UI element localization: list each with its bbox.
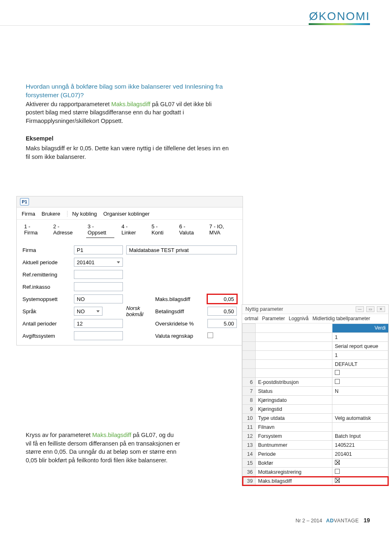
param-value-cell[interactable] <box>332 477 388 486</box>
brand-name: ADVANTAGE <box>326 518 359 524</box>
param-value-cell[interactable]: 1405221 <box>332 441 388 450</box>
checkbox[interactable] <box>335 370 340 375</box>
param-name-cell: Status <box>256 387 332 396</box>
param-name-cell: Type utdata <box>256 414 332 423</box>
page-number: 19 <box>363 517 370 524</box>
row-number <box>243 360 256 369</box>
checkbox[interactable] <box>335 379 340 384</box>
label-ref-inkasso: Ref.inkasso <box>22 284 71 290</box>
label-aktuell-periode: Aktuell periode <box>22 259 71 265</box>
param-name-cell <box>256 351 332 360</box>
page-footer: Nr 2 – 2014 ADVANTAGE 19 <box>296 517 370 524</box>
param-name-cell: Mottaksregistrering <box>256 468 332 477</box>
param-name-cell <box>256 369 332 378</box>
tab-adresse[interactable]: 2 - Adresse <box>51 222 80 238</box>
tab-io-mva[interactable]: 7 - IO, MVA <box>208 222 237 238</box>
param-value-cell[interactable]: 1 <box>332 351 388 360</box>
param-name-cell <box>256 360 332 369</box>
label-ref-remittering: Ref.remittering <box>22 272 71 278</box>
row-number <box>243 369 256 378</box>
input-systemoppsett[interactable]: NO <box>74 294 123 303</box>
param-value-cell[interactable] <box>332 468 388 477</box>
row-number: 15 <box>243 459 256 468</box>
label-sprak: Språk <box>22 308 71 314</box>
input-ref-inkasso[interactable] <box>74 282 123 291</box>
param-value-cell[interactable]: Velg automatisk <box>332 414 388 423</box>
param-name-cell <box>256 342 332 351</box>
param-value-cell[interactable] <box>332 459 388 468</box>
label-overskridelse: Overskridelse % <box>155 321 204 327</box>
tab-firma[interactable]: 1 - Firma <box>22 222 46 238</box>
tab-konti[interactable]: 5 - Konti <box>150 222 172 238</box>
tab-linker[interactable]: 4 - Linker <box>120 222 144 238</box>
row-number: 7 <box>243 387 256 396</box>
divider <box>0 25 370 26</box>
checkbox[interactable] <box>335 469 340 474</box>
row-number: 13 <box>243 441 256 450</box>
row-number: 12 <box>243 432 256 441</box>
row-number: 8 <box>243 396 256 405</box>
input-overskridelse[interactable]: 5.00 <box>207 319 237 328</box>
param-name-cell: Buntnummer <box>256 441 332 450</box>
param-value-cell[interactable]: Batch Input <box>332 432 388 441</box>
tab-ortmal[interactable]: ortmal <box>245 316 258 321</box>
article-body-bottom: Kryss av for parameteret Maks.bilagsdiff… <box>26 431 181 464</box>
label-betalingsdiff: Betalingsdiff <box>155 308 204 314</box>
param-value-cell[interactable] <box>332 369 388 378</box>
accent-bar <box>309 23 370 25</box>
window-title: Nyttig parameter <box>245 306 283 312</box>
input-ref-remittering[interactable] <box>74 270 123 279</box>
param-name-cell: Filnavn <box>256 423 332 432</box>
tab-oppsett[interactable]: 3 - Oppsett <box>86 222 114 238</box>
row-number: 11 <box>243 423 256 432</box>
col-verdi: Verdi <box>332 324 388 333</box>
param-value-cell[interactable] <box>332 396 388 405</box>
param-name-cell: Periode <box>256 450 332 459</box>
input-betalingsdiff[interactable]: 0,50 <box>207 307 237 316</box>
param-value-cell[interactable]: 1 <box>332 333 388 342</box>
row-number: 36 <box>243 468 256 477</box>
param-value-cell[interactable] <box>332 423 388 432</box>
row-number <box>243 333 256 342</box>
param-name-cell: Bokfør <box>256 459 332 468</box>
example-body: Maks bilagsdiff er kr 0,05. Dette kan væ… <box>26 144 230 161</box>
menu-brukere[interactable]: Brukere <box>42 211 60 217</box>
checkbox[interactable] <box>335 478 340 483</box>
menu-firma[interactable]: Firma <box>22 211 35 217</box>
maximize-icon[interactable]: ▭ <box>366 306 374 312</box>
tab-midlertidig[interactable]: Midlertidig tabellparameter <box>312 316 370 321</box>
checkbox-valuta-regnskap[interactable] <box>207 332 213 338</box>
row-number <box>243 351 256 360</box>
input-aktuell-periode[interactable]: 201401 <box>74 258 123 267</box>
close-icon[interactable]: ✕ <box>377 306 385 312</box>
input-firma-code[interactable]: P1 <box>74 245 123 254</box>
param-value-cell[interactable]: Serial report queue <box>332 342 388 351</box>
param-value-cell[interactable]: DEFAULT <box>332 360 388 369</box>
tab-loggniva[interactable]: Loggnivå <box>289 316 309 321</box>
intro-heading: Hvordan unngå å bokføre bilag som ikke b… <box>26 82 230 100</box>
menu-ny-kobling[interactable]: Ny kobling <box>72 211 97 217</box>
input-sprak[interactable]: NO <box>74 307 102 316</box>
issue-label: Nr 2 – 2014 <box>296 518 322 524</box>
label-valuta-regnskap: Valuta regnskap <box>155 333 204 339</box>
label-antall-perioder: Antall perioder <box>22 321 71 327</box>
tab-parameter[interactable]: Parameter <box>262 316 285 321</box>
minimize-icon[interactable]: — <box>356 306 364 312</box>
checkbox[interactable] <box>335 460 340 465</box>
row-number: 10 <box>243 414 256 423</box>
input-firma-name[interactable]: Maldatabase TEST privat <box>126 245 237 254</box>
param-value-cell[interactable] <box>332 405 388 414</box>
tabstrip: ortmal Parameter Loggnivå Midlertidig ta… <box>242 314 388 323</box>
tab-valuta[interactable]: 6 - Valuta <box>178 222 202 238</box>
param-value-cell[interactable]: 201401 <box>332 450 388 459</box>
input-maks-bilagsdiff[interactable]: 0,05 <box>207 294 237 303</box>
label-maks-bilagsdiff: Maks.bilagsdiff <box>155 296 204 302</box>
row-number: 14 <box>243 450 256 459</box>
input-antall-perioder[interactable]: 12 <box>74 319 123 328</box>
param-value-cell[interactable]: N <box>332 387 388 396</box>
example-heading: Eksempel <box>26 134 230 143</box>
input-avgiftssystem[interactable] <box>74 331 123 340</box>
row-number: 39 <box>243 477 256 486</box>
menu-organiser[interactable]: Organiser koblinger <box>103 211 149 217</box>
param-value-cell[interactable] <box>332 378 388 387</box>
